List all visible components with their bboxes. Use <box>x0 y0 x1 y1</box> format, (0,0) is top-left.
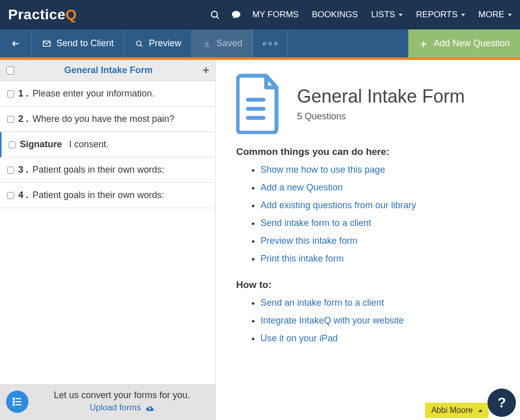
question-checkbox[interactable] <box>7 90 14 98</box>
common-action-item: Preview this intake form <box>261 236 500 246</box>
common-action-link[interactable]: Show me how to use this page <box>261 165 385 175</box>
nav-label: MY FORMS <box>252 10 299 20</box>
upload-label: Upload forms <box>89 403 141 413</box>
question-row-signature[interactable]: SignatureI consent. <box>0 132 215 157</box>
question-row[interactable]: 3 .Patient goals in their own words: <box>0 157 215 183</box>
search-icon <box>135 39 144 48</box>
convert-forms-banner: Let us convert your forms for you. Uploa… <box>0 384 215 420</box>
howto-link[interactable]: Use it on your iPad <box>261 333 338 343</box>
howto-item: Send an intake form to a client <box>261 298 500 308</box>
svg-point-8 <box>13 401 15 402</box>
question-checkbox[interactable] <box>7 116 14 123</box>
common-action-link[interactable]: Add a new Question <box>261 182 343 192</box>
common-action-item: Show me how to use this page <box>261 165 500 175</box>
question-checkbox[interactable] <box>7 192 14 199</box>
chat-icon[interactable] <box>231 10 241 20</box>
question-row[interactable]: 2 .Where do you have the most pain? <box>0 107 215 132</box>
question-row[interactable]: 4 .Patient goals in their own words: <box>0 183 215 208</box>
question-text: Patient goals in their own words: <box>32 190 164 201</box>
svg-point-6 <box>13 398 15 399</box>
arrow-left-icon <box>11 39 20 48</box>
cloud-upload-icon <box>145 404 154 411</box>
brand-logo[interactable]: PracticeQ <box>8 7 77 23</box>
question-checkbox[interactable] <box>9 141 16 148</box>
howto-item: Integrate IntakeQ with your website <box>261 315 500 326</box>
howto-heading: How to: <box>236 279 500 290</box>
howto-link[interactable]: Integrate IntakeQ with your website <box>261 315 404 326</box>
select-all-checkbox[interactable] <box>6 67 14 75</box>
user-menu[interactable]: Abbi Moore <box>425 403 489 418</box>
nav-label: MORE <box>478 10 504 20</box>
page-title: General Intake Form <box>297 86 465 107</box>
svg-rect-14 <box>246 116 265 120</box>
nav-more[interactable]: MORE <box>478 10 512 20</box>
howto-list: Send an intake form to a clientIntegrate… <box>236 298 500 344</box>
question-checkbox[interactable] <box>7 167 14 174</box>
svg-point-10 <box>13 404 15 405</box>
signature-label: Signature <box>20 139 62 150</box>
question-number: 2 . <box>18 114 28 124</box>
toolbar-label: Preview <box>149 38 181 49</box>
top-icon-group <box>210 10 241 20</box>
question-number: 4 . <box>18 190 28 201</box>
question-number: 1 . <box>18 88 28 99</box>
more-actions-button[interactable] <box>253 29 288 57</box>
svg-point-0 <box>211 11 217 17</box>
convert-text: Let us convert your forms for you. <box>35 390 209 401</box>
nav-label: LISTS <box>371 10 395 20</box>
brand-q: Q <box>66 7 77 23</box>
common-action-link[interactable]: Print this intake form <box>261 253 344 264</box>
send-to-client-button[interactable]: Send to Client <box>32 29 124 57</box>
plus-icon: ＋ <box>418 39 429 49</box>
form-toolbar: Send to Client Preview Saved ＋ Add New Q… <box>0 29 520 60</box>
common-action-link[interactable]: Send intake form to a client <box>261 218 371 228</box>
form-overview-panel: General Intake Form 5 Questions Common t… <box>216 60 520 420</box>
checklist-icon <box>6 391 28 413</box>
add-question-button[interactable]: ＋ Add New Question <box>408 29 520 57</box>
back-button[interactable] <box>0 29 32 57</box>
question-mark-icon: ? <box>497 395 506 411</box>
user-name: Abbi Moore <box>431 406 473 415</box>
question-text: I consent. <box>69 139 109 150</box>
nav-label: REPORTS <box>416 10 458 20</box>
nav-lists[interactable]: LISTS <box>371 10 403 20</box>
document-icon <box>236 73 282 134</box>
question-row[interactable]: 1 .Please enter your information. <box>0 81 215 107</box>
upload-forms-link[interactable]: Upload forms <box>35 403 209 413</box>
question-list-panel: General Intake Form + 1 .Please enter yo… <box>0 60 216 420</box>
question-text: Where do you have the most pain? <box>32 114 174 124</box>
common-action-item: Print this intake form <box>261 253 500 264</box>
more-dots-icon <box>263 42 277 45</box>
common-action-link[interactable]: Add existing questions from our library <box>261 200 416 210</box>
svg-line-1 <box>216 16 218 18</box>
help-button[interactable]: ? <box>488 389 516 417</box>
common-action-link[interactable]: Preview this intake form <box>261 236 358 246</box>
toolbar-label: Saved <box>216 38 242 49</box>
nav-my-forms[interactable]: MY FORMS <box>252 10 299 20</box>
form-title-list[interactable]: General Intake Form <box>14 65 203 76</box>
chevron-up-icon <box>478 409 482 412</box>
nav-reports[interactable]: REPORTS <box>416 10 465 20</box>
nav-bookings[interactable]: BOOKINGS <box>312 10 358 20</box>
question-number: 3 . <box>18 165 28 175</box>
preview-button[interactable]: Preview <box>124 29 192 57</box>
saved-indicator: Saved <box>192 29 253 57</box>
question-list-header: General Intake Form + <box>0 60 215 81</box>
svg-rect-13 <box>246 107 265 111</box>
question-text: Patient goals in their own words: <box>32 165 164 175</box>
svg-rect-12 <box>246 98 265 102</box>
search-icon[interactable] <box>210 10 220 20</box>
common-actions-heading: Common things you can do here: <box>236 146 500 157</box>
common-action-item: Add a new Question <box>261 182 500 193</box>
question-text: Please enter your information. <box>32 88 154 99</box>
question-list: 1 .Please enter your information.2 .Wher… <box>0 81 215 208</box>
common-action-item: Add existing questions from our library <box>261 200 500 211</box>
howto-link[interactable]: Send an intake form to a client <box>261 298 384 308</box>
brand-practice: Practice <box>8 7 66 23</box>
save-icon <box>202 39 211 48</box>
toolbar-label: Add New Question <box>434 38 510 49</box>
common-action-item: Send intake form to a client <box>261 218 500 229</box>
nav-label: BOOKINGS <box>312 10 358 20</box>
add-question-icon[interactable]: + <box>203 65 209 76</box>
svg-line-4 <box>140 45 142 47</box>
